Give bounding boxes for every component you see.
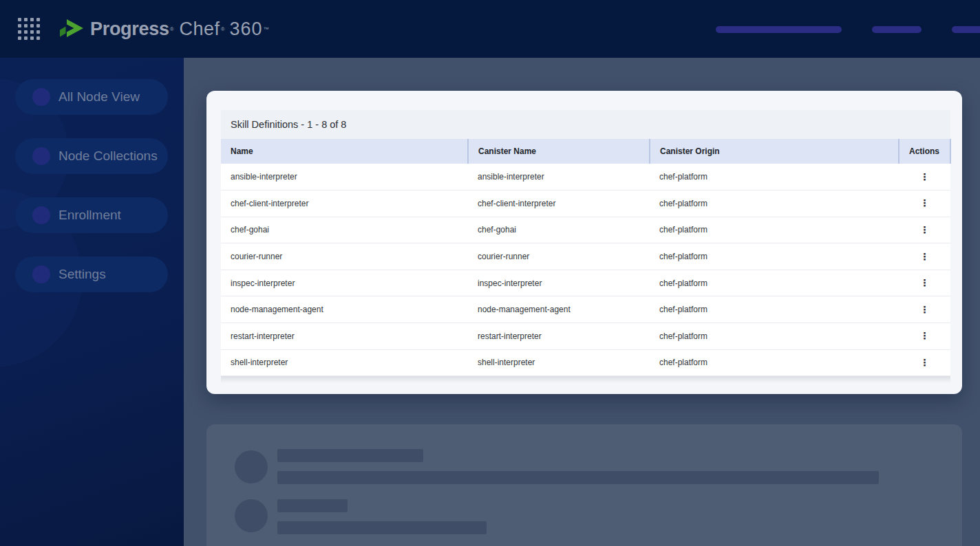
kebab-menu-icon[interactable]: ⋮	[920, 358, 930, 367]
table-bottom-shadow	[221, 376, 950, 383]
kebab-menu-icon[interactable]: ⋮	[920, 252, 930, 261]
table-title: Skill Definitions - 1 - 8 of 8	[221, 110, 950, 139]
cell-canister-name: inspec-interpreter	[468, 270, 650, 296]
cell-canister-name: node-management-agent	[468, 296, 650, 323]
cell-canister-origin: chef-platform	[650, 164, 899, 190]
cell-canister-name: chef-client-interpreter	[468, 190, 650, 217]
table-row[interactable]: courier-runner courier-runner chef-platf…	[221, 243, 950, 270]
cell-canister-name: courier-runner	[468, 243, 650, 270]
sidebar-item-label: Enrollment	[58, 208, 121, 223]
cell-canister-origin: chef-platform	[650, 190, 899, 217]
sidebar-item-label: Settings	[58, 267, 106, 282]
kebab-menu-icon[interactable]: ⋮	[920, 305, 930, 314]
registered-mark: ®	[170, 26, 174, 32]
table-row[interactable]: restart-interpreter restart-interpreter …	[221, 323, 950, 350]
kebab-menu-icon[interactable]: ⋮	[920, 198, 930, 208]
cell-canister-name: shell-interpreter	[468, 349, 650, 376]
nav-dot-icon	[32, 88, 50, 106]
skill-definitions-card: Skill Definitions - 1 - 8 of 8 Name Cani…	[206, 91, 962, 394]
cell-canister-origin: chef-platform	[650, 243, 899, 270]
nav-dot-icon	[32, 147, 50, 165]
loading-skeleton-card	[206, 424, 962, 546]
sidebar-item-enrollment[interactable]: Enrollment	[15, 197, 168, 233]
cell-name: shell-interpreter	[221, 349, 468, 376]
table-row[interactable]: node-management-agent node-management-ag…	[221, 296, 950, 323]
progress-chevron-icon	[59, 19, 84, 39]
column-header-actions: Actions	[899, 139, 950, 164]
nav-dot-icon	[32, 265, 50, 283]
cell-canister-name: ansible-interpreter	[468, 164, 650, 190]
sidebar-item-node-collections[interactable]: Node Collections	[15, 138, 168, 174]
sidebar-item-label: All Node View	[58, 89, 140, 105]
topbar: Progress®Chef®360™	[0, 0, 980, 58]
cell-canister-name: chef-gohai	[468, 217, 650, 243]
table-header-row: Name Canister Name Canister Origin Actio…	[221, 139, 950, 164]
column-header-canister-name: Canister Name	[468, 139, 650, 164]
version-text: 360	[230, 19, 263, 40]
cell-name: chef-client-interpreter	[221, 190, 468, 217]
table-row[interactable]: shell-interpreter shell-interpreter chef…	[221, 349, 950, 376]
topbar-loading-placeholder	[872, 26, 922, 33]
kebab-menu-icon[interactable]: ⋮	[920, 225, 930, 234]
brand-text: Progress	[90, 19, 169, 40]
product-text: Chef	[180, 19, 220, 40]
cell-name: node-management-agent	[221, 296, 468, 323]
cell-name: courier-runner	[221, 243, 468, 270]
kebab-menu-icon[interactable]: ⋮	[920, 331, 930, 340]
registered-mark: ®	[221, 26, 225, 32]
kebab-menu-icon[interactable]: ⋮	[920, 172, 930, 182]
progress-chef-360-logo: Progress®Chef®360™	[59, 0, 270, 58]
trademark-mark: ™	[264, 26, 269, 32]
cell-canister-origin: chef-platform	[650, 270, 899, 296]
table-row[interactable]: chef-client-interpreter chef-client-inte…	[221, 190, 950, 217]
table-row[interactable]: chef-gohai chef-gohai chef-platform ⋮	[221, 217, 950, 243]
column-header-canister-origin: Canister Origin	[650, 139, 899, 164]
cell-canister-origin: chef-platform	[650, 296, 899, 323]
topbar-loading-placeholder	[716, 26, 842, 33]
column-header-name: Name	[221, 139, 468, 164]
cell-canister-origin: chef-platform	[650, 349, 899, 376]
skeleton-line	[277, 499, 348, 512]
cell-canister-origin: chef-platform	[650, 217, 899, 243]
apps-grid-icon[interactable]	[18, 18, 40, 40]
main-content: Skill Definitions - 1 - 8 of 8 Name Cani…	[184, 58, 980, 546]
topbar-loading-placeholder	[952, 26, 980, 33]
skill-definitions-table: Name Canister Name Canister Origin Actio…	[221, 139, 951, 376]
cell-canister-name: restart-interpreter	[468, 323, 650, 350]
skeleton-avatar	[235, 499, 268, 532]
sidebar-item-label: Node Collections	[58, 149, 158, 164]
table-row[interactable]: ansible-interpreter ansible-interpreter …	[221, 164, 950, 190]
cell-name: restart-interpreter	[221, 323, 468, 350]
sidebar: All Node View Node Collections Enrollmen…	[0, 58, 184, 546]
sidebar-item-settings[interactable]: Settings	[15, 256, 168, 292]
cell-name: inspec-interpreter	[221, 270, 468, 296]
cell-canister-origin: chef-platform	[650, 323, 899, 350]
skeleton-line	[277, 521, 487, 534]
sidebar-item-all-node-view[interactable]: All Node View	[15, 79, 168, 115]
nav-dot-icon	[32, 206, 50, 224]
cell-name: chef-gohai	[221, 217, 468, 243]
skeleton-line	[277, 449, 423, 462]
skeleton-avatar	[235, 450, 268, 483]
cell-name: ansible-interpreter	[221, 164, 468, 190]
kebab-menu-icon[interactable]: ⋮	[920, 278, 930, 287]
skeleton-line	[277, 471, 879, 484]
table-row[interactable]: inspec-interpreter inspec-interpreter ch…	[221, 270, 950, 296]
